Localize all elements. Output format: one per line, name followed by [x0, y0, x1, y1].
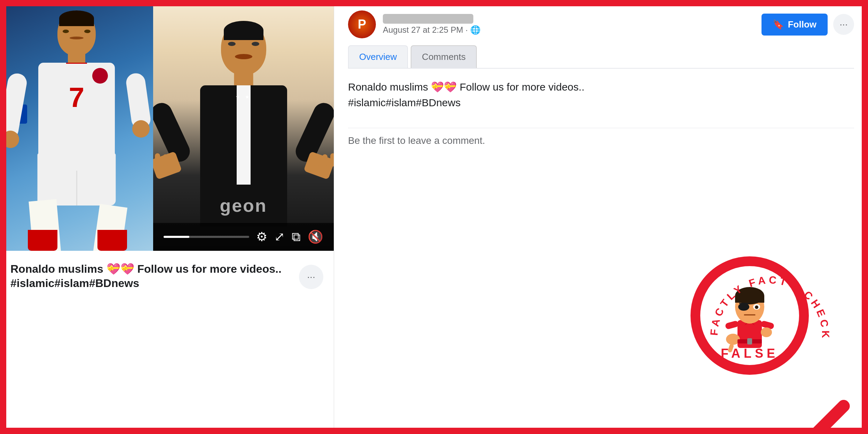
page-info: P August 27 at 2:25 PM · 🌐: [348, 10, 481, 38]
settings-icon[interactable]: ⚙: [256, 230, 267, 244]
volume-icon[interactable]: 🔇: [308, 230, 323, 244]
video-panel[interactable]: ★ ★: [153, 0, 334, 251]
post-more-options-button[interactable]: ···: [299, 265, 323, 289]
post-description: Ronaldo muslims 💝💝 Follow us for more vi…: [348, 79, 854, 110]
magnify-glass-circle: FACTLY FACT - CHECK: [691, 256, 809, 375]
page-header: P August 27 at 2:25 PM · 🌐 🔖 Follow ···: [348, 10, 854, 38]
header-actions: 🔖 Follow ···: [762, 14, 854, 36]
tab-overview[interactable]: Overview: [348, 45, 408, 68]
post-images-container: 7: [0, 0, 334, 251]
post-caption-area: Ronaldo muslims 💝💝 Follow us for more vi…: [0, 251, 334, 434]
pip-icon[interactable]: ⧉: [292, 230, 301, 244]
right-panel: P August 27 at 2:25 PM · 🌐 🔖 Follow ··· …: [334, 0, 868, 434]
page-avatar: P: [348, 10, 376, 38]
post-desc-line2: #islamic#islam#BDnews: [348, 95, 854, 110]
video-brand-text: geon: [220, 195, 267, 216]
post-desc-line1: Ronaldo muslims 💝💝 Follow us for more vi…: [348, 79, 854, 95]
page-post-time: August 27 at 2:25 PM · 🌐: [383, 25, 481, 35]
follow-icon: 🔖: [773, 19, 784, 30]
follow-button-label: Follow: [788, 19, 816, 30]
left-panel: 7: [0, 0, 334, 434]
tab-comments[interactable]: Comments: [411, 45, 477, 68]
factly-badge: FACTLY FACT - CHECK: [680, 246, 847, 413]
magnify-handle: [804, 397, 852, 434]
factly-curved-text-svg: FACTLY FACT - CHECK: [707, 273, 833, 398]
main-layout: 7: [0, 0, 868, 434]
first-comment-prompt: Be the first to leave a comment.: [348, 135, 854, 146]
section-divider: [348, 128, 854, 128]
fullscreen-icon[interactable]: ⤢: [274, 230, 285, 244]
video-progress-bar[interactable]: [164, 236, 249, 238]
video-controls-bar: ⚙ ⤢ ⧉ 🔇: [153, 223, 334, 251]
svg-text:FACTLY  FACT - CHECK: FACTLY FACT - CHECK: [708, 274, 831, 341]
more-options-button[interactable]: ···: [833, 14, 854, 35]
page-name-blurred: [383, 14, 473, 24]
ronaldo-portugal-image: 7: [0, 0, 153, 251]
caption-main-text: Ronaldo muslims 💝💝 Follow us for more vi…: [10, 261, 282, 277]
video-progress-fill: [164, 236, 189, 238]
caption-hashtags: #islamic#islam#BDnews: [10, 277, 282, 290]
tabs-row: Overview Comments: [348, 45, 854, 69]
page-name-area: August 27 at 2:25 PM · 🌐: [383, 14, 481, 35]
follow-button[interactable]: 🔖 Follow: [762, 14, 828, 36]
video-content: ★ ★: [153, 0, 334, 251]
